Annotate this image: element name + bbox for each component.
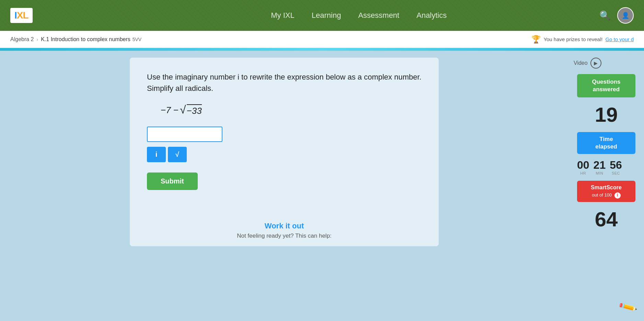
main-area: Use the imaginary number i to rewrite th…	[0, 51, 644, 321]
timer-seconds: 56 SEC	[610, 159, 622, 175]
logo-xl: XL	[17, 10, 28, 21]
breadcrumb-parent[interactable]: Algebra 2	[10, 36, 34, 43]
pencil-icon-container: ✏️	[620, 300, 639, 314]
work-it-out-section: Work it out Not feeling ready yet? This …	[237, 222, 332, 239]
video-button[interactable]: Video ▶	[574, 58, 601, 69]
work-it-out-title: Work it out	[237, 222, 332, 230]
questions-answered-label: Questionsanswered	[592, 79, 620, 93]
timer-display: 00 HR 21 MIN 56 SEC	[574, 159, 639, 175]
work-it-out-subtitle: Not feeling ready yet? This can help:	[237, 233, 332, 239]
question-card: Use the imaginary number i to rewrite th…	[130, 58, 439, 246]
sqrt-symbol: √	[180, 104, 186, 115]
nav-link-assessment[interactable]: Assessment	[358, 11, 399, 20]
math-buttons: i √	[147, 147, 422, 162]
user-avatar[interactable]: 👤	[617, 7, 634, 24]
search-button[interactable]: 🔍	[599, 10, 610, 21]
logo-i: I	[14, 10, 17, 21]
pencil-icon[interactable]: ✏️	[618, 297, 638, 317]
sqrt-button[interactable]: √	[168, 147, 187, 162]
nav-link-myixl[interactable]: My IXL	[271, 11, 294, 20]
submit-button[interactable]: Submit	[147, 173, 198, 190]
math-line: −7 − √−33	[161, 104, 422, 116]
smart-score-label: SmartScore	[591, 185, 622, 190]
timer-sec-value: 56	[610, 159, 622, 170]
sqrt-radicand: −33	[187, 104, 202, 116]
video-play-icon: ▶	[590, 58, 601, 69]
breadcrumb-bar: Algebra 2 › K.1 Introduction to complex …	[0, 31, 644, 48]
timer-hours: 00 HR	[577, 159, 589, 175]
timer-hr-value: 00	[577, 159, 589, 170]
question-panel: Use the imaginary number i to rewrite th…	[0, 51, 568, 321]
timer-minutes: 21 MIN	[594, 159, 606, 175]
timer-hr-label: HR	[580, 171, 586, 175]
math-expression: −7 − √−33	[161, 104, 422, 116]
nav-icons: 🔍 👤	[599, 7, 634, 24]
nav-links: My IXL Learning Assessment Analytics	[139, 11, 579, 20]
negative-seven: −7 −	[161, 105, 179, 116]
nav-link-learning[interactable]: Learning	[312, 11, 341, 20]
timer-sec-label: SEC	[612, 171, 620, 175]
prize-text: You have prizes to reveal!	[543, 36, 602, 42]
questions-count: 19	[574, 103, 639, 127]
timer-min-value: 21	[594, 159, 606, 170]
smart-score-button[interactable]: SmartScore out of 100 i	[577, 181, 635, 202]
info-icon: i	[614, 192, 621, 199]
timer-min-label: MIN	[596, 171, 603, 175]
prize-link[interactable]: Go to your d	[605, 36, 634, 42]
question-instruction: Use the imaginary number i to rewrite th…	[147, 71, 422, 94]
smart-score-value: 64	[574, 207, 639, 231]
accent-bar	[0, 48, 644, 51]
answer-input[interactable]	[147, 127, 222, 142]
questions-answered-button[interactable]: Questionsanswered	[577, 74, 635, 97]
prize-notice: 🏆 You have prizes to reveal! Go to your …	[531, 35, 634, 44]
smart-score-sub: out of 100 i	[592, 192, 620, 198]
video-label: Video	[574, 60, 588, 66]
right-sidebar: Video ▶ Questionsanswered 19 Timeelapsed…	[568, 51, 644, 321]
nav-link-analytics[interactable]: Analytics	[416, 11, 447, 20]
trophy-icon: 🏆	[531, 35, 541, 44]
breadcrumb-code: 5VV	[133, 37, 141, 42]
top-navigation: IXL My IXL Learning Assessment Analytics…	[0, 0, 644, 31]
breadcrumb-separator: ›	[37, 37, 38, 42]
time-elapsed-label: Timeelapsed	[595, 136, 617, 150]
imaginary-i-button[interactable]: i	[147, 147, 166, 162]
time-elapsed-button[interactable]: Timeelapsed	[577, 132, 635, 154]
ixl-logo[interactable]: IXL	[10, 8, 33, 23]
sqrt-expression: √−33	[180, 104, 202, 116]
breadcrumb-current: K.1 Introduction to complex numbers	[41, 36, 130, 43]
